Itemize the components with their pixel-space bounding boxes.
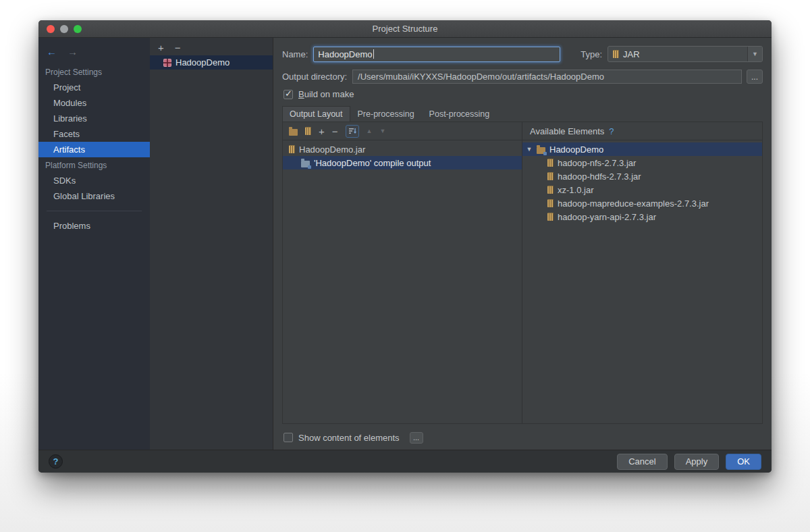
jar-file-icon (289, 145, 295, 153)
jar-root-label: HadoopDemo.jar (299, 144, 365, 155)
sidebar-item-modules[interactable]: Modules (38, 95, 150, 111)
remove-artifact-icon[interactable]: − (175, 43, 181, 53)
library-label: hadoop-hdfs-2.7.3.jar (558, 171, 641, 182)
sidebar-divider (47, 211, 142, 211)
compile-output-icon (301, 161, 310, 167)
name-value: HadoopDemo (318, 49, 372, 59)
artifact-editor: Name: HadoopDemo Type: JAR ▼ Output dire… (273, 38, 772, 450)
check-icon: ✓ (285, 88, 292, 99)
section-header-project-settings: Project Settings (38, 64, 150, 80)
build-on-make-label: Build on make (298, 89, 354, 99)
show-content-label: Show content of elements (298, 433, 400, 443)
available-elements-help-icon[interactable]: ? (609, 126, 614, 136)
move-up-icon[interactable]: ▲ (367, 128, 373, 134)
sidebar-item-libraries[interactable]: Libraries (38, 111, 150, 126)
sidebar-item-project[interactable]: Project (38, 80, 150, 95)
forward-icon[interactable]: → (68, 46, 78, 57)
traffic-lights (47, 25, 82, 33)
compile-output-label: 'HadoopDemo' compile output (314, 158, 431, 168)
type-value: JAR (623, 49, 640, 59)
available-elements-tree: ▼ HadoopDemo hadoop-nfs-2.7.3.jar hadoop… (522, 140, 762, 423)
jar-type-icon (613, 50, 619, 58)
output-directory-value: /Users/mubai/iKYXXS/HadoopDemo/out/artif… (358, 72, 604, 82)
tab-post-processing[interactable]: Post-processing (422, 106, 497, 122)
name-input[interactable]: HadoopDemo (313, 47, 560, 62)
artifact-name: HadoopDemo (176, 57, 230, 68)
library-jar-icon (547, 172, 554, 180)
output-layout-panel: + − ▲ ▼ (282, 122, 763, 424)
sidebar-item-artifacts[interactable]: Artifacts (38, 142, 150, 157)
ok-button[interactable]: OK (726, 454, 761, 470)
library-jar-icon (547, 186, 554, 194)
layout-toolbar: + − ▲ ▼ (283, 122, 522, 140)
tree-row-available-root[interactable]: ▼ HadoopDemo (522, 142, 762, 156)
remove-element-icon[interactable]: − (332, 126, 338, 136)
help-icon[interactable]: ? (49, 454, 63, 469)
add-artifact-icon[interactable]: + (158, 43, 164, 53)
output-layout-tree: HadoopDemo.jar 'HadoopDemo' compile outp… (283, 140, 522, 423)
artifact-list-panel: + − HadoopDemo (150, 38, 273, 450)
tree-row-library[interactable]: xz-1.0.jar (522, 183, 762, 196)
type-label: Type: (580, 49, 602, 59)
chevron-down-icon[interactable]: ▼ (747, 47, 762, 61)
cancel-button[interactable]: Cancel (617, 454, 667, 470)
output-directory-label: Output directory: (282, 72, 347, 82)
zoom-window-icon[interactable] (74, 25, 82, 33)
artifact-list-item[interactable]: HadoopDemo (150, 55, 273, 70)
sidebar-item-problems[interactable]: Problems (38, 218, 150, 234)
tree-row-library[interactable]: hadoop-nfs-2.7.3.jar (522, 156, 762, 169)
add-element-icon[interactable]: + (319, 126, 325, 136)
titlebar[interactable]: Project Structure (38, 20, 772, 38)
sidebar-item-global-libraries[interactable]: Global Libraries (38, 188, 150, 204)
browse-output-directory-button[interactable]: ... (747, 70, 763, 84)
section-header-platform-settings: Platform Settings (38, 157, 150, 173)
apply-button[interactable]: Apply (674, 454, 720, 470)
tree-row-library[interactable]: hadoop-hdfs-2.7.3.jar (522, 169, 762, 183)
artifact-icon (163, 59, 171, 67)
expand-arrow-icon[interactable]: ▼ (526, 146, 533, 153)
output-directory-field[interactable]: /Users/mubai/iKYXXS/HadoopDemo/out/artif… (352, 70, 742, 84)
tab-pre-processing[interactable]: Pre-processing (350, 106, 422, 122)
library-label: xz-1.0.jar (558, 185, 593, 195)
layout-tabs: Output Layout Pre-processing Post-proces… (282, 106, 763, 122)
sidebar-item-facets[interactable]: Facets (38, 126, 150, 142)
library-label: hadoop-nfs-2.7.3.jar (558, 158, 636, 168)
library-jar-icon (547, 159, 554, 167)
module-folder-icon (537, 147, 545, 154)
show-content-checkbox[interactable] (284, 433, 293, 442)
name-label: Name: (282, 49, 308, 59)
minimize-window-icon[interactable] (60, 25, 68, 33)
new-folder-icon[interactable] (289, 129, 298, 136)
back-icon[interactable]: ← (47, 46, 57, 57)
window-title: Project Structure (38, 20, 772, 37)
library-label: hadoop-yarn-api-2.7.3.jar (558, 212, 656, 222)
show-content-options-button[interactable]: ... (410, 432, 423, 444)
available-root-label: HadoopDemo (549, 144, 603, 155)
tree-row-compile-output[interactable]: 'HadoopDemo' compile output (283, 156, 522, 169)
tree-row-library[interactable]: hadoop-yarn-api-2.7.3.jar (522, 210, 762, 223)
move-down-icon[interactable]: ▼ (379, 128, 385, 134)
settings-sidebar: ← → Project Settings Project Modules Lib… (38, 38, 150, 450)
new-archive-icon[interactable] (305, 127, 311, 135)
library-jar-icon (547, 199, 554, 207)
library-jar-icon (547, 213, 554, 221)
dialog-footer: ? Cancel Apply OK (38, 450, 772, 473)
tab-output-layout[interactable]: Output Layout (282, 106, 350, 122)
project-structure-dialog: Project Structure ← → Project Settings P… (38, 20, 772, 473)
build-on-make-checkbox[interactable]: ✓ (284, 90, 293, 99)
sidebar-item-sdks[interactable]: SDKs (38, 173, 150, 188)
available-elements-header: Available Elements (530, 126, 604, 136)
text-caret (373, 49, 374, 59)
type-dropdown[interactable]: JAR ▼ (608, 46, 763, 62)
close-window-icon[interactable] (47, 25, 55, 33)
tree-row-library[interactable]: hadoop-mapreduce-examples-2.7.3.jar (522, 196, 762, 210)
library-label: hadoop-mapreduce-examples-2.7.3.jar (558, 198, 709, 209)
sort-elements-icon[interactable] (346, 125, 359, 138)
tree-row-jar-root[interactable]: HadoopDemo.jar (283, 142, 522, 156)
